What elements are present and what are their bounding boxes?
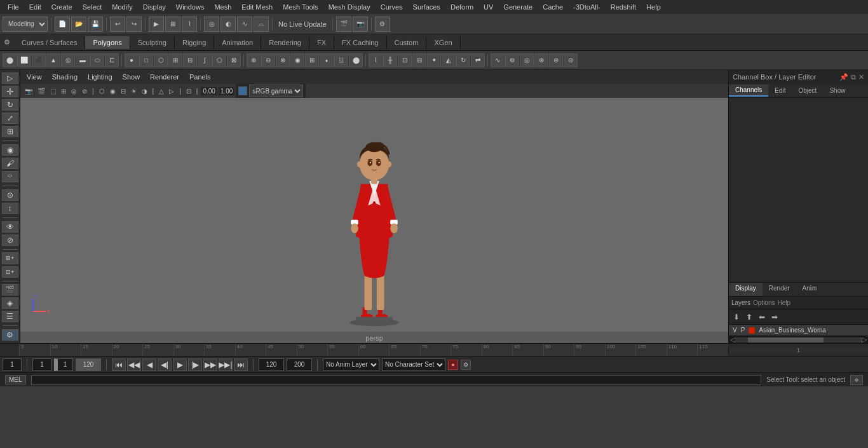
next-frame-btn[interactable]: ▶▶	[203, 358, 217, 371]
poke-btn[interactable]: ✦	[427, 53, 441, 67]
viewport-content[interactable]: Y X	[20, 98, 728, 332]
menu-cache[interactable]: Cache	[538, 2, 568, 12]
panels-menu[interactable]: Panels	[187, 72, 214, 82]
vp-render2-icon[interactable]: ▷	[167, 87, 176, 95]
extract-btn[interactable]: ⊗	[276, 53, 290, 67]
select-btn[interactable]: ▷	[2, 72, 18, 84]
menu-edit-mesh[interactable]: Edit Mesh	[236, 2, 278, 12]
menu-mesh-display[interactable]: Mesh Display	[323, 2, 376, 12]
anim-layer-dropdown[interactable]: No Anim Layer	[323, 358, 379, 371]
torus-btn[interactable]: ◎	[61, 53, 75, 67]
subdiv-btn[interactable]: ⬡	[154, 53, 168, 67]
mel-tag[interactable]: MEL	[5, 375, 26, 384]
disc-btn[interactable]: ⬭	[90, 53, 104, 67]
fill-btn[interactable]: ⬤	[349, 53, 363, 67]
grid-btn[interactable]: ⊟	[183, 53, 197, 67]
vp-wire-icon[interactable]: ⬡	[97, 87, 107, 95]
prim8-btn[interactable]: ⊠	[227, 53, 241, 67]
layer-tab-display[interactable]: Display	[729, 283, 763, 296]
prev-frame-btn[interactable]: ◀	[142, 358, 156, 371]
tab-fx[interactable]: FX	[309, 36, 334, 49]
prim7-btn[interactable]: ⬠	[212, 53, 226, 67]
next-key-btn[interactable]: |▶	[188, 358, 202, 371]
relax-btn[interactable]: ⊚	[505, 53, 519, 67]
render-btn[interactable]: 🎬	[336, 17, 351, 32]
menu-edit[interactable]: Edit	[24, 2, 46, 12]
rp-tab-channels[interactable]: Channels	[729, 85, 768, 97]
vp-film-icon[interactable]: 🎬	[36, 87, 47, 95]
select-tool-btn[interactable]: ▶	[149, 17, 164, 32]
save-file-btn[interactable]: 💾	[88, 17, 103, 32]
paint-sel-btn[interactable]: 🖌	[2, 158, 18, 169]
snap-to-btn[interactable]: ⊙	[2, 189, 18, 201]
curve-tool-btn[interactable]: ∿	[237, 17, 252, 32]
offset-edge-btn[interactable]: ⊡	[398, 53, 412, 67]
layer-remove-icon[interactable]: ⬆	[744, 311, 754, 323]
combine-btn[interactable]: ⊕	[247, 53, 261, 67]
menu-help[interactable]: Help	[641, 2, 666, 12]
menu-curves[interactable]: Curves	[376, 2, 408, 12]
sculpt-btn[interactable]: ∿	[491, 53, 505, 67]
new-file-btn[interactable]: 📄	[55, 17, 70, 32]
step-fwd-btn[interactable]: ▶▶|	[219, 358, 233, 371]
manip-btn[interactable]: ↕	[2, 203, 18, 214]
char-set-dropdown[interactable]: No Character Set	[382, 358, 445, 371]
separate-btn[interactable]: ⊖	[261, 53, 275, 67]
menu-create[interactable]: Create	[46, 2, 78, 12]
isolate-btn[interactable]: ⊘	[2, 234, 18, 246]
move-btn[interactable]: ✛	[2, 86, 18, 97]
menu-3dtall[interactable]: -3DtoAll-	[568, 2, 606, 12]
frame-end-input[interactable]: 120	[259, 358, 284, 371]
show-menu[interactable]: Show	[120, 72, 143, 82]
tab-gear-icon[interactable]: ⚙	[0, 36, 14, 49]
menu-file[interactable]: File	[3, 2, 24, 12]
viewport[interactable]: View Shading Lighting Show Renderer Pane…	[20, 70, 728, 343]
layers-link[interactable]: Layers	[731, 299, 750, 306]
vp-smooth-icon[interactable]: ◉	[108, 87, 118, 95]
settings-btn[interactable]: ⚙	[375, 17, 390, 32]
vp-light-icon[interactable]: ☀	[129, 87, 139, 95]
tab-animation[interactable]: Animation	[214, 36, 261, 49]
command-input[interactable]	[31, 375, 762, 385]
soft-select-btn[interactable]: ◉	[2, 144, 18, 156]
extrude-btn[interactable]: ⊞	[305, 53, 319, 67]
layer-right-icon[interactable]: ➡	[770, 311, 780, 323]
tab-sculpting[interactable]: Sculpting	[130, 36, 175, 49]
quick-rig-btn[interactable]: ⚙	[2, 329, 18, 341]
range-bar-input[interactable]: 1	[54, 358, 73, 371]
menu-mesh-tools[interactable]: Mesh Tools	[278, 2, 323, 12]
vp-grid-icon[interactable]: ⊞	[59, 87, 68, 95]
cylinder-btn[interactable]: ⬛	[32, 53, 46, 67]
lighting-menu[interactable]: Lighting	[85, 72, 115, 82]
plane-btn[interactable]: ▬	[76, 53, 90, 67]
tab-custom[interactable]: Custom	[387, 36, 427, 49]
range-end-input[interactable]: 120	[76, 358, 101, 371]
layer-tab-render[interactable]: Render	[763, 283, 796, 296]
bevel-btn[interactable]: ⬧	[320, 53, 334, 67]
current-frame-input[interactable]: 1	[3, 358, 22, 371]
menu-uv[interactable]: UV	[478, 2, 498, 12]
render-view-btn[interactable]: 🎬	[2, 284, 18, 295]
play-fwd-btn[interactable]: ▶	[173, 358, 187, 371]
layer-add-icon[interactable]: ⬇	[731, 311, 742, 323]
help-link[interactable]: Help	[777, 299, 790, 306]
vp-hud-icon[interactable]: ⊡	[184, 87, 193, 95]
mode-dropdown[interactable]: Modeling	[3, 17, 48, 32]
menu-redshift[interactable]: Redshift	[606, 2, 641, 12]
snap-grid-btn[interactable]: ⊞	[165, 17, 180, 32]
lattice-btn[interactable]: ⊞	[168, 53, 182, 67]
step-back-btn[interactable]: ◀◀	[127, 358, 141, 371]
tab-xgen[interactable]: XGen	[426, 36, 460, 49]
menu-select[interactable]: Select	[78, 2, 107, 12]
flip-btn[interactable]: ⇄	[471, 53, 485, 67]
vp-cam-icon[interactable]: 📷	[23, 87, 34, 95]
max-frame-input[interactable]: 200	[287, 358, 312, 371]
paint-btn[interactable]: ◐	[220, 17, 236, 32]
outliner-btn[interactable]: ☰	[2, 311, 18, 322]
sculpt4-btn[interactable]: ⊜	[549, 53, 563, 67]
open-file-btn[interactable]: 📂	[71, 17, 86, 32]
sculpt5-btn[interactable]: ⊝	[564, 53, 578, 67]
sculpt3-btn[interactable]: ⊛	[534, 53, 548, 67]
undo-btn[interactable]: ↩	[110, 17, 125, 32]
tab-fx-caching[interactable]: FX Caching	[334, 36, 386, 49]
